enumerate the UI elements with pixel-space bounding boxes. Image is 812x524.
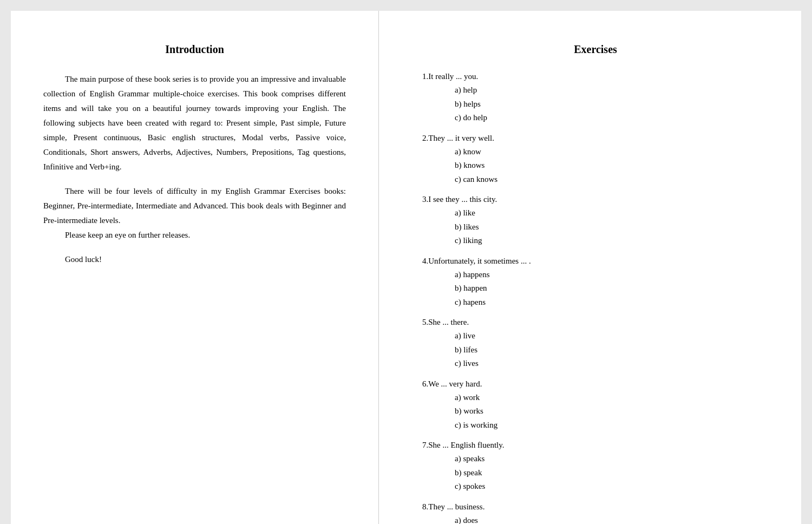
exercise-item: 2.They ... it very well.a) knowb) knowsc… bbox=[422, 134, 769, 187]
exercise-question: 7.She ... English fluently. bbox=[422, 441, 769, 450]
exercise-question: 4.Unfortunately, it sometimes ... . bbox=[422, 257, 769, 266]
exercise-option: a) happens bbox=[455, 268, 769, 282]
exercise-question: 6.We ... very hard. bbox=[422, 379, 769, 389]
exercise-item: 8.They ... business.a) doesb) do bbox=[422, 502, 769, 525]
exercise-question: 5.She ... there. bbox=[422, 318, 769, 327]
exercises-title: Exercises bbox=[422, 43, 769, 56]
exercise-option: a) speaks bbox=[455, 452, 769, 466]
exercise-item: 7.She ... English fluently.a) speaksb) s… bbox=[422, 441, 769, 494]
exercise-option: b) happen bbox=[455, 281, 769, 296]
exercise-item: 6.We ... very hard.a) workb) worksc) is … bbox=[422, 379, 769, 433]
exercise-question: 2.They ... it very well. bbox=[422, 134, 769, 143]
exercise-question: 1.It really ... you. bbox=[422, 72, 769, 81]
exercise-option: a) work bbox=[455, 391, 769, 405]
exercise-option: b) knows bbox=[455, 159, 769, 173]
exercise-options: a) doesb) do bbox=[455, 514, 769, 525]
exercise-options: a) liveb) lifesc) lives bbox=[455, 329, 769, 371]
exercise-question: 8.They ... business. bbox=[422, 502, 769, 512]
intro-paragraph-3: Please keep an eye on further releases. bbox=[43, 228, 346, 243]
exercise-question: 3.I see they ... this city. bbox=[422, 195, 769, 204]
exercise-option: a) know bbox=[455, 145, 769, 159]
exercise-item: 3.I see they ... this city.a) likeb) lik… bbox=[422, 195, 769, 248]
exercise-item: 1.It really ... you.a) helpb) helpsc) do… bbox=[422, 72, 769, 125]
exercise-option: a) like bbox=[455, 206, 769, 220]
exercise-options: a) happensb) happenc) hapens bbox=[455, 268, 769, 310]
introduction-body: The main purpose of these book series is… bbox=[43, 72, 346, 267]
exercise-option: a) help bbox=[455, 83, 769, 97]
exercise-option: b) likes bbox=[455, 220, 769, 234]
exercise-options: a) workb) worksc) is working bbox=[455, 391, 769, 433]
exercise-item: 5.She ... there.a) liveb) lifesc) lives bbox=[422, 318, 769, 371]
intro-paragraph-4: Good luck! bbox=[43, 252, 346, 267]
exercise-options: a) helpb) helpsc) do help bbox=[455, 83, 769, 125]
exercise-option: b) lifes bbox=[455, 343, 769, 357]
exercise-options: a) knowb) knowsc) can knows bbox=[455, 145, 769, 187]
exercises-list: 1.It really ... you.a) helpb) helpsc) do… bbox=[422, 72, 769, 524]
exercise-options: a) likeb) likesc) liking bbox=[455, 206, 769, 248]
exercise-option: c) spokes bbox=[455, 480, 769, 494]
exercise-option: c) is working bbox=[455, 418, 769, 433]
exercise-option: c) lives bbox=[455, 357, 769, 371]
exercise-option: a) does bbox=[455, 514, 769, 525]
exercise-options: a) speaksb) speakc) spokes bbox=[455, 452, 769, 494]
intro-paragraph-2: There will be four levels of difficulty … bbox=[43, 184, 346, 228]
exercise-option: c) can knows bbox=[455, 173, 769, 187]
introduction-title: Introduction bbox=[43, 43, 346, 56]
exercise-option: c) do help bbox=[455, 111, 769, 125]
page-container: Introduction The main purpose of these b… bbox=[11, 11, 801, 524]
exercise-option: a) live bbox=[455, 329, 769, 343]
right-panel: Exercises 1.It really ... you.a) helpb) … bbox=[379, 11, 801, 524]
exercise-item: 4.Unfortunately, it sometimes ... .a) ha… bbox=[422, 257, 769, 310]
exercise-option: c) hapens bbox=[455, 296, 769, 310]
exercise-option: c) liking bbox=[455, 234, 769, 248]
exercise-option: b) works bbox=[455, 404, 769, 418]
left-panel: Introduction The main purpose of these b… bbox=[11, 11, 379, 524]
exercise-option: b) speak bbox=[455, 466, 769, 480]
exercise-option: b) helps bbox=[455, 97, 769, 112]
intro-paragraph-1: The main purpose of these book series is… bbox=[43, 72, 346, 174]
